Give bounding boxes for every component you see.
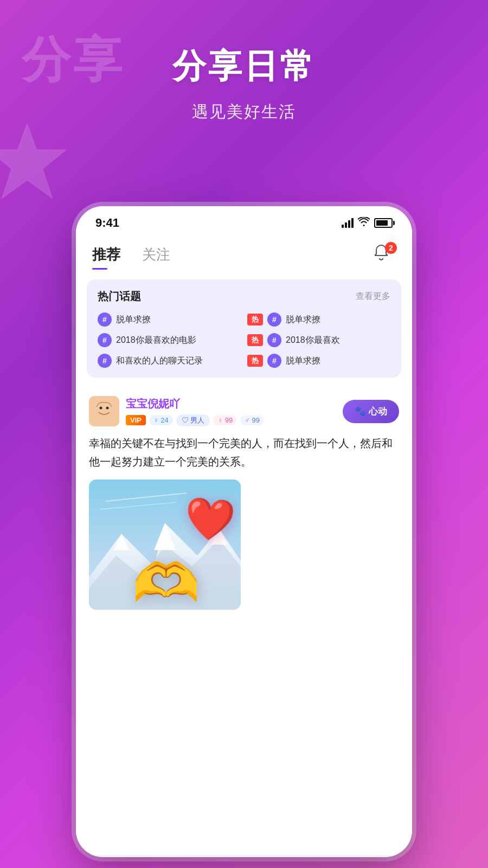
female-count-tag: ♀ 99	[213, 415, 237, 425]
username: 宝宝倪妮吖	[126, 397, 264, 411]
topic-item[interactable]: # 2018你最喜欢的电影	[98, 333, 241, 347]
hash-icon: #	[98, 312, 112, 327]
wifi-icon	[358, 217, 370, 229]
tab-recommended[interactable]: 推荐	[92, 245, 120, 270]
user-tags: VIP ♀ 24 ♡ 男人 ♀ 99 ♂ 99	[126, 414, 264, 426]
status-time: 9:41	[95, 216, 119, 230]
topic-text: 和喜欢的人的聊天记录	[116, 355, 203, 367]
topic-text: 脱单求撩	[116, 314, 151, 326]
bg-star-icon	[0, 119, 70, 206]
hot-badge: 热	[247, 355, 263, 367]
battery-icon	[374, 218, 393, 228]
topic-item[interactable]: 热 # 脱单求撩	[247, 354, 390, 368]
hash-icon: #	[267, 333, 281, 347]
topic-item[interactable]: # 脱单求撩	[98, 312, 241, 327]
signal-icon	[342, 218, 354, 228]
hash-icon: #	[98, 354, 112, 368]
floating-heart-decoration: ❤️	[182, 494, 237, 546]
topic-text: 2018你最喜欢的电影	[116, 335, 196, 346]
svg-point-3	[100, 407, 102, 410]
main-title: 分享日常	[0, 43, 488, 89]
hot-topics-more[interactable]: 查看更多	[356, 291, 390, 302]
post-header: 宝宝倪妮吖 VIP ♀ 24 ♡ 男人 ♀ 99 ♂ 99 🐾 心动	[89, 396, 399, 426]
topic-text: 脱单求撩	[286, 355, 320, 367]
post-image: 🫶 ❤️	[89, 480, 241, 610]
phone-mockup: 9:41 推荐	[76, 206, 412, 857]
tab-following[interactable]: 关注	[142, 245, 170, 270]
topic-text: 脱单求撩	[286, 314, 320, 326]
hash-icon: #	[98, 333, 112, 347]
status-bar: 9:41	[76, 206, 412, 235]
notification-badge: 2	[385, 242, 397, 254]
status-icons	[342, 217, 393, 229]
nav-tabs: 推荐 关注 2	[76, 235, 412, 270]
app-content: 推荐 关注 2 热门话题 查看更多 # 脱单求撩	[76, 235, 412, 855]
hot-topics-section: 热门话题 查看更多 # 脱单求撩 热 # 脱单求撩 # 2018你最喜欢的电影	[87, 279, 401, 378]
topic-item[interactable]: 热 # 脱单求撩	[247, 312, 390, 327]
hand-heart-decoration: 🫶	[132, 556, 200, 610]
avatar	[89, 396, 119, 426]
notification-bell[interactable]: 2	[372, 243, 396, 267]
topic-text: 2018你最喜欢	[286, 335, 340, 346]
hot-topics-grid: # 脱单求撩 热 # 脱单求撩 # 2018你最喜欢的电影 热 # 2018你最…	[98, 312, 390, 368]
gender-tag: ♀ 24	[149, 415, 173, 425]
hash-icon: #	[267, 354, 281, 368]
hot-topics-header: 热门话题 查看更多	[98, 289, 390, 304]
post-user: 宝宝倪妮吖 VIP ♀ 24 ♡ 男人 ♀ 99 ♂ 99	[89, 396, 264, 426]
topic-item[interactable]: 热 # 2018你最喜欢	[247, 333, 390, 347]
svg-point-4	[106, 407, 109, 410]
vip-tag: VIP	[126, 415, 146, 425]
topic-item[interactable]: # 和喜欢的人的聊天记录	[98, 354, 241, 368]
svg-marker-0	[0, 124, 66, 199]
hash-icon: #	[267, 312, 281, 327]
hot-badge: 热	[247, 334, 263, 346]
subtitle: 遇见美好生活	[0, 101, 488, 123]
heart-button[interactable]: 🐾 心动	[343, 400, 399, 423]
follow-tag: ♡ 男人	[176, 414, 210, 426]
post-user-info: 宝宝倪妮吖 VIP ♀ 24 ♡ 男人 ♀ 99 ♂ 99	[126, 397, 264, 426]
male-count-tag: ♂ 99	[240, 415, 264, 425]
header-section: 分享日常 遇见美好生活	[0, 43, 488, 123]
hot-badge: 热	[247, 314, 263, 326]
post-card: 宝宝倪妮吖 VIP ♀ 24 ♡ 男人 ♀ 99 ♂ 99 🐾 心动 幸福的关键…	[76, 387, 412, 618]
hot-topics-title: 热门话题	[98, 289, 141, 304]
post-text: 幸福的关键不在与找到一个完美的人，而在找到一个人，然后和他一起努力建立一个完美的…	[89, 434, 399, 471]
